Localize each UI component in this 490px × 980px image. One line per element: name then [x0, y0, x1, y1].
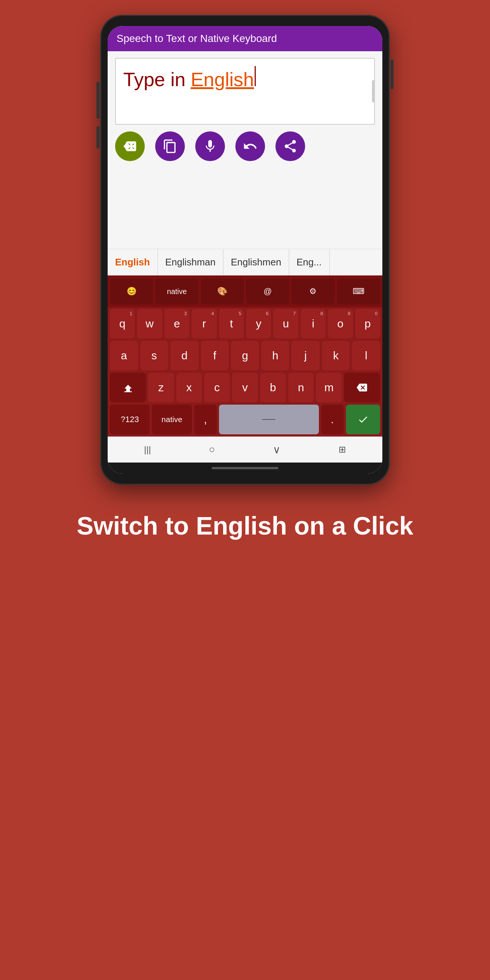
key-q[interactable]: 1q: [110, 309, 135, 339]
phone-frame: Speech to Text or Native Keyboard Type i…: [100, 15, 390, 485]
phone-side-power: [97, 82, 100, 119]
keyboard-rows: 1q w 3e 4r 5t 6y 7u 8i 9o 0p a s: [108, 307, 382, 436]
key-h[interactable]: h: [261, 341, 290, 371]
keyboard-area: 😊 native 🎨 @ ⚙ ⌨ 1q w 3e 4r 5t: [108, 275, 382, 436]
home-indicator: [108, 463, 382, 474]
key-c[interactable]: c: [204, 373, 230, 402]
emoji-button[interactable]: 😊: [110, 278, 153, 304]
key-z[interactable]: z: [148, 373, 174, 402]
key-m[interactable]: m: [316, 373, 342, 402]
key-t[interactable]: 5t: [219, 309, 244, 339]
nav-grid-button[interactable]: ⊞: [339, 444, 346, 455]
suggestion-english[interactable]: English: [108, 249, 158, 275]
backspace-key[interactable]: [344, 373, 380, 402]
native-icon-button[interactable]: native: [155, 278, 198, 304]
suggestion-englishmen[interactable]: Englishmen: [223, 249, 289, 275]
key-j[interactable]: j: [291, 341, 320, 371]
key-s[interactable]: s: [140, 341, 169, 371]
key-f[interactable]: f: [201, 341, 229, 371]
key-u[interactable]: 7u: [273, 309, 298, 339]
key-a[interactable]: a: [110, 341, 138, 371]
text-highlighted: English: [191, 68, 254, 91]
side-scroll-indicator: [372, 80, 375, 102]
numbers-key[interactable]: ?123: [110, 405, 150, 434]
key-row-1: 1q w 3e 4r 5t 6y 7u 8i 9o 0p: [110, 309, 380, 339]
native-key[interactable]: native: [152, 405, 191, 434]
at-button[interactable]: @: [246, 278, 289, 304]
suggestion-englishman[interactable]: Englishman: [158, 249, 223, 275]
space-key[interactable]: [219, 405, 318, 434]
keyboard-top-row: 😊 native 🎨 @ ⚙ ⌨: [108, 275, 382, 307]
key-row-3: z x c v b n m: [110, 373, 380, 402]
suggestion-eng[interactable]: Eng...: [289, 249, 329, 275]
nav-bar: ||| ○ ∨ ⊞: [108, 436, 382, 463]
key-row-4: ?123 native , .: [110, 405, 380, 434]
nav-back-button[interactable]: |||: [144, 444, 151, 455]
text-input-content: Type in English: [123, 66, 256, 91]
key-d[interactable]: d: [170, 341, 199, 371]
empty-space: [108, 167, 382, 249]
key-g[interactable]: g: [231, 341, 259, 371]
key-n[interactable]: n: [288, 373, 314, 402]
key-e[interactable]: 3e: [164, 309, 189, 339]
key-l[interactable]: l: [352, 341, 380, 371]
text-input-area[interactable]: Type in English: [115, 58, 375, 125]
period-key[interactable]: .: [321, 405, 344, 434]
shift-key[interactable]: [110, 373, 146, 402]
phone-side-vol2: [97, 126, 100, 148]
phone-side-vol: [390, 59, 393, 89]
key-i[interactable]: 8i: [301, 309, 326, 339]
home-bar: [212, 467, 278, 469]
delete-button[interactable]: [115, 131, 145, 161]
key-b[interactable]: b: [260, 373, 286, 402]
text-cursor: [255, 66, 256, 86]
key-w[interactable]: w: [137, 309, 162, 339]
phone-screen: Speech to Text or Native Keyboard Type i…: [108, 26, 382, 474]
key-y[interactable]: 6y: [246, 309, 271, 339]
keyboard-switch-button[interactable]: ⌨: [337, 278, 380, 304]
svg-rect-1: [124, 391, 132, 392]
action-buttons-row: [108, 131, 382, 167]
share-button[interactable]: [275, 131, 305, 161]
key-p[interactable]: 0p: [355, 309, 380, 339]
mic-button[interactable]: [195, 131, 225, 161]
suggestions-bar: English Englishman Englishmen Eng...: [108, 249, 382, 275]
comma-key[interactable]: ,: [194, 405, 217, 434]
key-k[interactable]: k: [322, 341, 350, 371]
enter-key[interactable]: [346, 405, 380, 434]
app-bar-title: Speech to Text or Native Keyboard: [116, 33, 277, 45]
phone-container: Speech to Text or Native Keyboard Type i…: [100, 15, 390, 485]
copy-button[interactable]: [155, 131, 185, 161]
key-o[interactable]: 9o: [328, 309, 353, 339]
settings-button[interactable]: ⚙: [291, 278, 334, 304]
theme-button[interactable]: 🎨: [201, 278, 244, 304]
text-plain: Type in: [123, 68, 186, 91]
key-v[interactable]: v: [232, 373, 258, 402]
key-row-2: a s d f g h j k l: [110, 341, 380, 371]
key-x[interactable]: x: [176, 373, 202, 402]
bottom-text: Switch to English on a Click: [54, 511, 436, 541]
app-bar: Speech to Text or Native Keyboard: [108, 26, 382, 51]
key-r[interactable]: 4r: [191, 309, 216, 339]
svg-rect-2: [262, 419, 275, 420]
nav-home-button[interactable]: ○: [208, 444, 215, 455]
undo-button[interactable]: [235, 131, 265, 161]
nav-down-button[interactable]: ∨: [273, 444, 281, 456]
